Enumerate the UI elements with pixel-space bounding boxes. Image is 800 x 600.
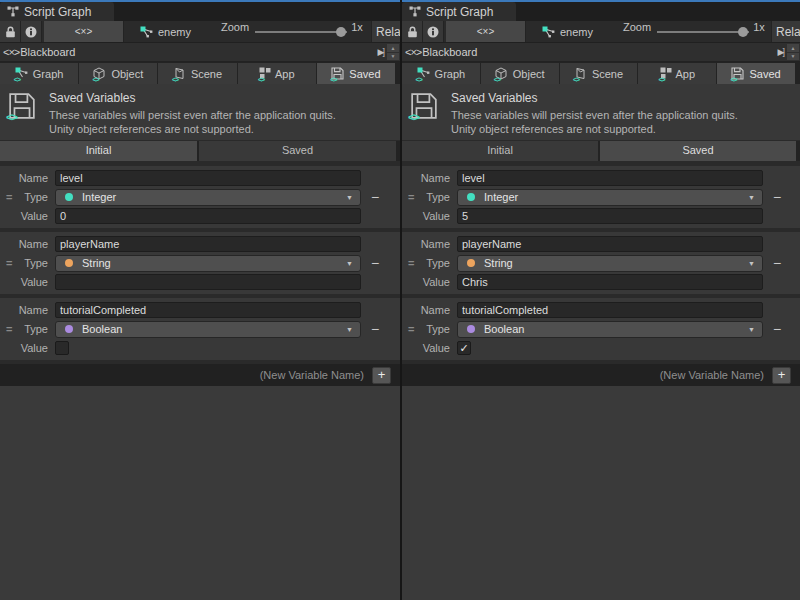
code-badge-icon: <> [416, 76, 422, 83]
info-text: Saved Variables These variables will per… [49, 91, 336, 140]
type-dropdown[interactable]: Integer ▼ [457, 189, 763, 206]
remove-variable-button[interactable]: − [361, 255, 389, 271]
info-button[interactable] [21, 21, 42, 42]
info-button[interactable] [423, 21, 444, 42]
drag-handle-icon[interactable]: = [408, 191, 414, 203]
code-view-toggle[interactable]: <×> [446, 21, 526, 42]
tab-saved[interactable]: <> Saved [317, 63, 395, 84]
zoom-value: 1x [753, 21, 765, 42]
tab-saved[interactable]: <> Saved [717, 63, 795, 84]
remove-variable-button[interactable]: − [361, 321, 389, 337]
tab-saved-state[interactable]: Saved [600, 141, 796, 161]
drag-handle-icon[interactable]: = [408, 257, 414, 269]
tab-object[interactable]: <> Object [481, 63, 559, 84]
variable-row-playerName: = Name Type String ▼ − Value [0, 232, 400, 294]
variable-value-input[interactable] [55, 208, 361, 224]
remove-variable-button[interactable]: − [361, 189, 389, 205]
scrollbar[interactable]: ▲ ▼ [786, 43, 800, 61]
string-type-icon [65, 259, 73, 267]
code-badge-icon: <> [659, 76, 665, 83]
add-variable-button[interactable]: + [372, 367, 391, 384]
lock-button[interactable] [0, 21, 21, 42]
variable-value-input[interactable] [457, 274, 763, 290]
type-dropdown[interactable]: Boolean ▼ [55, 321, 361, 338]
tab-graph[interactable]: <> Graph [0, 63, 78, 84]
scroll-up-icon[interactable]: ▲ [387, 44, 399, 52]
code-icon: <×> [477, 26, 495, 37]
dock-icon[interactable]: ▶] [378, 47, 383, 57]
zoom-slider-handle[interactable] [738, 27, 748, 37]
tab-initial[interactable]: Initial [0, 141, 197, 161]
tab-title: Script Graph [24, 5, 91, 19]
zoom-slider-track[interactable] [657, 31, 749, 33]
lock-button[interactable] [402, 21, 423, 42]
graph-icon: <> [417, 67, 431, 80]
zoom-slider[interactable] [657, 21, 749, 42]
remove-variable-button[interactable]: − [763, 255, 791, 271]
string-type-icon [467, 259, 475, 267]
value-checkbox[interactable] [55, 341, 69, 355]
zoom-slider[interactable] [255, 21, 347, 42]
variable-name-input[interactable] [55, 170, 361, 186]
script-graph-icon [7, 6, 19, 17]
type-value: String [82, 257, 111, 269]
drag-handle-icon[interactable]: = [408, 323, 414, 335]
new-variable-input[interactable] [402, 365, 769, 385]
tab-script-graph[interactable]: Script Graph [0, 2, 114, 21]
variable-value-input[interactable] [55, 274, 361, 290]
new-variable-input[interactable] [0, 365, 369, 385]
tab-initial[interactable]: Initial [402, 141, 598, 161]
scrollbar[interactable]: ▲ ▼ [386, 43, 400, 61]
type-dropdown[interactable]: Integer ▼ [55, 189, 361, 206]
variable-name-input[interactable] [457, 236, 763, 252]
drag-handle-icon[interactable]: = [6, 323, 12, 335]
graph-breadcrumb[interactable]: enemy [140, 21, 191, 42]
tab-app[interactable]: <> App [638, 63, 716, 84]
drag-handle-icon[interactable]: = [6, 191, 12, 203]
code-badge-icon: <> [494, 76, 500, 83]
add-variable-button[interactable]: + [772, 367, 791, 384]
remove-variable-button[interactable]: − [763, 189, 791, 205]
variable-value-input[interactable] [457, 208, 763, 224]
tab-app[interactable]: <> App [238, 63, 316, 84]
tab-scene[interactable]: <> Scene [560, 63, 638, 84]
variable-name-input[interactable] [55, 302, 361, 318]
scroll-down-icon[interactable]: ▼ [387, 53, 399, 61]
type-dropdown[interactable]: String ▼ [55, 255, 361, 272]
tab-script-graph[interactable]: Script Graph [402, 2, 516, 21]
scroll-down-icon[interactable]: ▼ [787, 53, 799, 61]
code-view-toggle[interactable]: <×> [44, 21, 124, 42]
variable-name-input[interactable] [457, 302, 763, 318]
state-tabs: Initial Saved [402, 141, 800, 161]
variable-name-input[interactable] [457, 170, 763, 186]
dock-icon[interactable]: ▶] [778, 47, 783, 57]
variable-name-input[interactable] [55, 236, 361, 252]
type-value: Boolean [484, 323, 524, 335]
blackboard-icon: <×> [405, 46, 421, 58]
graph-name: enemy [560, 26, 593, 38]
graph-breadcrumb[interactable]: enemy [542, 21, 593, 42]
info-text: Saved Variables These variables will per… [451, 91, 738, 140]
type-value: String [484, 257, 513, 269]
zoom-label: Zoom [221, 21, 249, 42]
tab-object[interactable]: <> Object [79, 63, 157, 84]
value-checkbox[interactable]: ✓ [457, 341, 471, 355]
tab-label: App [275, 68, 295, 80]
remove-variable-button[interactable]: − [763, 321, 791, 337]
scroll-up-icon[interactable]: ▲ [787, 44, 799, 52]
code-badge-icon: <> [172, 76, 178, 83]
relations-button[interactable]: Rela [771, 21, 800, 42]
value-label: Value [0, 210, 55, 222]
type-dropdown[interactable]: Boolean ▼ [457, 321, 763, 338]
tab-title: Script Graph [426, 5, 493, 19]
relations-button[interactable]: Rela [371, 21, 400, 42]
type-dropdown[interactable]: String ▼ [457, 255, 763, 272]
zoom-slider-track[interactable] [255, 31, 347, 33]
zoom-slider-handle[interactable] [336, 27, 346, 37]
tab-graph[interactable]: <> Graph [402, 63, 480, 84]
relations-label: Rela [776, 25, 800, 39]
drag-handle-icon[interactable]: = [6, 257, 12, 269]
tab-well: Script Graph [402, 0, 800, 21]
tab-saved-state[interactable]: Saved [199, 141, 396, 161]
tab-scene[interactable]: <> Scene [158, 63, 236, 84]
